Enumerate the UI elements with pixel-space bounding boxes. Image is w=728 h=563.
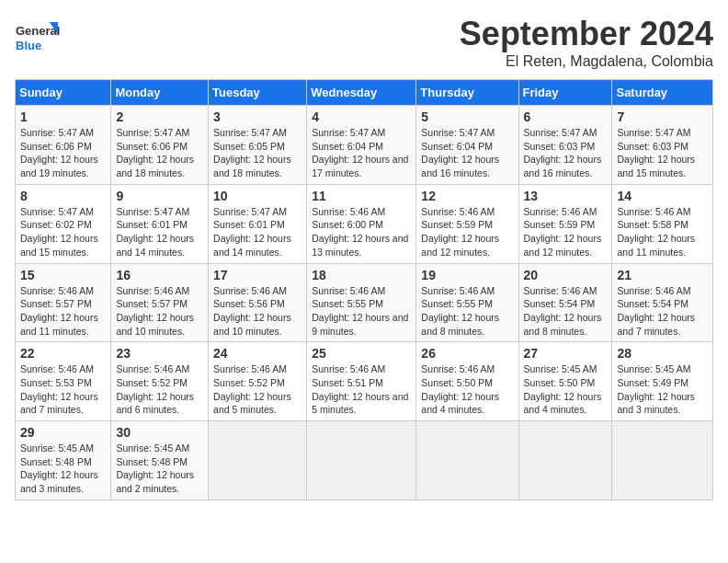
empty-cell xyxy=(416,421,518,500)
day-detail: Sunrise: 5:46 AMSunset: 5:51 PMDaylight:… xyxy=(312,363,408,415)
day-number: 6 xyxy=(524,109,608,124)
day-cell-29: 29 Sunrise: 5:45 AMSunset: 5:48 PMDaylig… xyxy=(16,421,111,500)
svg-text:Blue: Blue xyxy=(16,39,41,52)
day-number: 13 xyxy=(524,189,608,203)
location-subtitle: El Reten, Magdalena, Colombia xyxy=(460,53,713,70)
day-number: 5 xyxy=(421,109,513,124)
day-cell-18: 18 Sunrise: 5:46 AMSunset: 5:55 PMDaylig… xyxy=(307,263,416,342)
day-cell-25: 25 Sunrise: 5:46 AMSunset: 5:51 PMDaylig… xyxy=(307,342,416,421)
day-cell-15: 15 Sunrise: 5:46 AMSunset: 5:57 PMDaylig… xyxy=(16,263,111,342)
day-cell-21: 21 Sunrise: 5:46 AMSunset: 5:54 PMDaylig… xyxy=(612,263,713,342)
day-cell-27: 27 Sunrise: 5:45 AMSunset: 5:50 PMDaylig… xyxy=(518,342,612,421)
day-detail: Sunrise: 5:46 AMSunset: 5:52 PMDaylight:… xyxy=(116,363,194,415)
day-detail: Sunrise: 5:47 AMSunset: 6:06 PMDaylight:… xyxy=(20,127,98,178)
calendar-week-4: 22 Sunrise: 5:46 AMSunset: 5:53 PMDaylig… xyxy=(16,342,713,421)
day-detail: Sunrise: 5:46 AMSunset: 5:52 PMDaylight:… xyxy=(213,363,291,415)
day-number: 29 xyxy=(20,425,106,440)
day-number: 17 xyxy=(213,268,301,282)
day-cell-7: 7 Sunrise: 5:47 AMSunset: 6:03 PMDayligh… xyxy=(612,106,713,185)
day-number: 11 xyxy=(312,189,411,203)
day-cell-26: 26 Sunrise: 5:46 AMSunset: 5:50 PMDaylig… xyxy=(416,342,518,421)
day-cell-14: 14 Sunrise: 5:46 AMSunset: 5:58 PMDaylig… xyxy=(612,184,713,263)
day-detail: Sunrise: 5:46 AMSunset: 5:54 PMDaylight:… xyxy=(524,285,602,337)
empty-cell xyxy=(209,421,307,500)
day-detail: Sunrise: 5:47 AMSunset: 6:06 PMDaylight:… xyxy=(116,127,194,178)
day-detail: Sunrise: 5:46 AMSunset: 5:55 PMDaylight:… xyxy=(312,285,408,337)
day-detail: Sunrise: 5:45 AMSunset: 5:49 PMDaylight:… xyxy=(617,363,695,415)
day-cell-3: 3 Sunrise: 5:47 AMSunset: 6:05 PMDayligh… xyxy=(209,106,307,185)
day-number: 18 xyxy=(312,268,411,282)
day-cell-12: 12 Sunrise: 5:46 AMSunset: 5:59 PMDaylig… xyxy=(416,184,518,263)
day-number: 7 xyxy=(617,109,708,124)
day-detail: Sunrise: 5:47 AMSunset: 6:04 PMDaylight:… xyxy=(421,127,499,178)
day-number: 27 xyxy=(524,346,608,361)
day-number: 9 xyxy=(116,189,203,203)
day-detail: Sunrise: 5:46 AMSunset: 5:57 PMDaylight:… xyxy=(20,285,98,337)
day-cell-2: 2 Sunrise: 5:47 AMSunset: 6:06 PMDayligh… xyxy=(111,106,209,185)
day-detail: Sunrise: 5:47 AMSunset: 6:02 PMDaylight:… xyxy=(20,206,98,258)
day-cell-6: 6 Sunrise: 5:47 AMSunset: 6:03 PMDayligh… xyxy=(518,106,612,185)
day-cell-17: 17 Sunrise: 5:46 AMSunset: 5:56 PMDaylig… xyxy=(209,263,307,342)
day-detail: Sunrise: 5:45 AMSunset: 5:48 PMDaylight:… xyxy=(116,442,194,494)
day-cell-1: 1 Sunrise: 5:47 AMSunset: 6:06 PMDayligh… xyxy=(16,106,111,185)
header-day-wednesday: Wednesday xyxy=(307,80,416,106)
day-detail: Sunrise: 5:46 AMSunset: 5:57 PMDaylight:… xyxy=(116,285,194,337)
day-detail: Sunrise: 5:47 AMSunset: 6:03 PMDaylight:… xyxy=(617,127,695,178)
header-day-saturday: Saturday xyxy=(612,80,713,106)
day-cell-23: 23 Sunrise: 5:46 AMSunset: 5:52 PMDaylig… xyxy=(111,342,209,421)
day-detail: Sunrise: 5:47 AMSunset: 6:05 PMDaylight:… xyxy=(213,127,291,178)
day-detail: Sunrise: 5:46 AMSunset: 6:00 PMDaylight:… xyxy=(312,206,408,258)
day-number: 3 xyxy=(213,109,301,124)
day-cell-11: 11 Sunrise: 5:46 AMSunset: 6:00 PMDaylig… xyxy=(307,184,416,263)
day-detail: Sunrise: 5:47 AMSunset: 6:04 PMDaylight:… xyxy=(312,127,408,178)
day-number: 24 xyxy=(213,346,301,361)
header-day-friday: Friday xyxy=(518,80,612,106)
calendar-week-1: 1 Sunrise: 5:47 AMSunset: 6:06 PMDayligh… xyxy=(16,106,713,185)
day-detail: Sunrise: 5:46 AMSunset: 5:59 PMDaylight:… xyxy=(421,206,499,258)
day-detail: Sunrise: 5:46 AMSunset: 5:58 PMDaylight:… xyxy=(617,206,695,258)
day-number: 23 xyxy=(116,346,203,361)
day-cell-13: 13 Sunrise: 5:46 AMSunset: 5:59 PMDaylig… xyxy=(518,184,612,263)
calendar-week-2: 8 Sunrise: 5:47 AMSunset: 6:02 PMDayligh… xyxy=(16,184,713,263)
day-number: 30 xyxy=(116,425,203,440)
day-number: 2 xyxy=(116,109,203,124)
day-detail: Sunrise: 5:45 AMSunset: 5:50 PMDaylight:… xyxy=(524,363,602,415)
empty-cell xyxy=(307,421,416,500)
day-number: 1 xyxy=(20,109,106,124)
day-number: 28 xyxy=(617,346,708,361)
calendar-week-3: 15 Sunrise: 5:46 AMSunset: 5:57 PMDaylig… xyxy=(16,263,713,342)
calendar-table: SundayMondayTuesdayWednesdayThursdayFrid… xyxy=(15,79,713,500)
day-cell-9: 9 Sunrise: 5:47 AMSunset: 6:01 PMDayligh… xyxy=(111,184,209,263)
header-day-monday: Monday xyxy=(111,80,209,106)
day-detail: Sunrise: 5:46 AMSunset: 5:53 PMDaylight:… xyxy=(20,363,98,415)
month-title: September 2024 xyxy=(460,15,713,53)
day-cell-24: 24 Sunrise: 5:46 AMSunset: 5:52 PMDaylig… xyxy=(209,342,307,421)
day-detail: Sunrise: 5:46 AMSunset: 5:59 PMDaylight:… xyxy=(524,206,602,258)
day-cell-22: 22 Sunrise: 5:46 AMSunset: 5:53 PMDaylig… xyxy=(16,342,111,421)
day-detail: Sunrise: 5:46 AMSunset: 5:55 PMDaylight:… xyxy=(421,285,499,337)
day-cell-30: 30 Sunrise: 5:45 AMSunset: 5:48 PMDaylig… xyxy=(111,421,209,500)
day-number: 22 xyxy=(20,346,106,361)
empty-cell xyxy=(518,421,612,500)
day-cell-19: 19 Sunrise: 5:46 AMSunset: 5:55 PMDaylig… xyxy=(416,263,518,342)
day-number: 25 xyxy=(312,346,411,361)
day-cell-28: 28 Sunrise: 5:45 AMSunset: 5:49 PMDaylig… xyxy=(612,342,713,421)
day-number: 8 xyxy=(20,189,106,203)
day-number: 20 xyxy=(524,268,608,282)
day-number: 16 xyxy=(116,268,203,282)
logo: General Blue xyxy=(15,15,61,61)
day-number: 14 xyxy=(617,189,708,203)
day-number: 26 xyxy=(421,346,513,361)
day-detail: Sunrise: 5:47 AMSunset: 6:01 PMDaylight:… xyxy=(213,206,291,258)
header-day-sunday: Sunday xyxy=(16,80,111,106)
calendar-header-row: SundayMondayTuesdayWednesdayThursdayFrid… xyxy=(16,80,713,106)
calendar-body: 1 Sunrise: 5:47 AMSunset: 6:06 PMDayligh… xyxy=(16,106,713,500)
day-detail: Sunrise: 5:45 AMSunset: 5:48 PMDaylight:… xyxy=(20,442,98,494)
title-section: September 2024 El Reten, Magdalena, Colo… xyxy=(460,15,713,70)
day-number: 4 xyxy=(312,109,411,124)
day-cell-4: 4 Sunrise: 5:47 AMSunset: 6:04 PMDayligh… xyxy=(307,106,416,185)
day-detail: Sunrise: 5:46 AMSunset: 5:54 PMDaylight:… xyxy=(617,285,695,337)
day-number: 19 xyxy=(421,268,513,282)
day-number: 21 xyxy=(617,268,708,282)
header: General Blue September 2024 El Reten, Ma… xyxy=(15,15,713,70)
